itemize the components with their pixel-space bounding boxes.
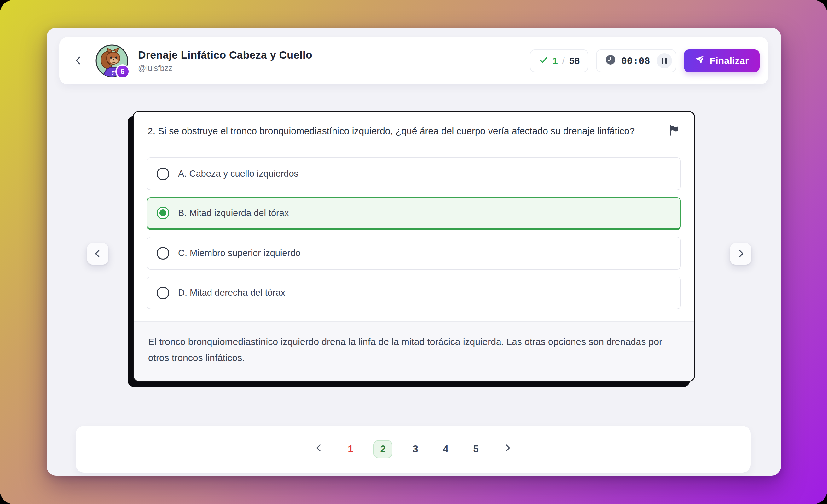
pagination-bar: 1 2 3 4 5 [76,426,751,472]
question-header: 2. Si se obstruye el tronco bronquiomedi… [134,112,694,147]
chevron-left-icon [314,443,324,455]
answer-option-d[interactable]: D. Mitad derecha del tórax [147,276,681,309]
prev-question-button[interactable] [87,243,108,265]
pause-icon [662,58,663,64]
answer-option-b-selected[interactable]: B. Mitad izquierda del tórax [147,197,681,230]
progress-separator: / [562,55,565,66]
page-button-3[interactable]: 3 [408,440,423,458]
radio-icon [157,167,169,180]
back-button[interactable] [70,52,87,69]
quiz-panel: Σ 6 Drenaje Linfático Cabeza y Cuello @l… [47,28,781,476]
check-icon [539,55,549,67]
chevron-right-icon [735,248,746,260]
next-question-button[interactable] [730,243,751,265]
chevron-left-icon [92,248,103,260]
chevron-left-icon [73,55,84,67]
explanation-text: El tronco bronquiomediastínico izquierdo… [134,321,694,381]
page-button-2-active[interactable]: 2 [374,440,392,458]
radio-icon [157,287,169,299]
progress-total: 58 [569,55,580,66]
send-icon [695,55,705,67]
flag-icon [668,124,680,137]
radio-checked-icon [157,207,169,219]
pagination-next-button[interactable] [499,440,516,458]
header-actions: 1 / 58 00:08 [530,49,760,72]
clock-icon [605,54,616,68]
page-button-4[interactable]: 4 [438,440,453,458]
level-badge: 6 [115,64,130,79]
finish-button[interactable]: Finalizar [684,49,760,72]
progress-pill: 1 / 58 [530,49,588,72]
pagination-prev-button[interactable] [310,440,328,458]
finish-button-label: Finalizar [710,55,749,66]
option-label: B. Mitad izquierda del tórax [178,208,289,218]
progress-current: 1 [552,55,558,66]
pause-button[interactable] [657,53,672,68]
option-label: A. Cabeza y cuello izquierdos [178,168,298,179]
answer-option-a[interactable]: A. Cabeza y cuello izquierdos [147,157,681,190]
options-list: A. Cabeza y cuello izquierdos B. Mitad i… [134,147,694,321]
radio-icon [157,247,169,260]
option-label: D. Mitad derecha del tórax [178,288,285,298]
flag-button[interactable] [668,124,680,137]
title-block: Drenaje Linfático Cabeza y Cuello @luisf… [138,49,312,73]
timer-value: 00:08 [621,55,650,66]
page-button-1[interactable]: 1 [343,440,358,458]
app-window: Σ 6 Drenaje Linfático Cabeza y Cuello @l… [0,0,827,504]
avatar-shirt-symbol: Σ [111,70,115,77]
option-label: C. Miembro superior izquierdo [178,248,300,258]
page-title: Drenaje Linfático Cabeza y Cuello [138,49,312,61]
answer-option-c[interactable]: C. Miembro superior izquierdo [147,237,681,270]
header: Σ 6 Drenaje Linfático Cabeza y Cuello @l… [59,37,768,85]
username: @luisfbzz [138,64,312,73]
page-button-5[interactable]: 5 [469,440,483,458]
chevron-right-icon [502,443,513,455]
question-text: 2. Si se obstruye el tronco bronquiomedi… [147,123,658,139]
avatar: Σ 6 [95,44,129,78]
question-card: 2. Si se obstruye el tronco bronquiomedi… [133,111,695,382]
timer-pill: 00:08 [596,49,676,72]
